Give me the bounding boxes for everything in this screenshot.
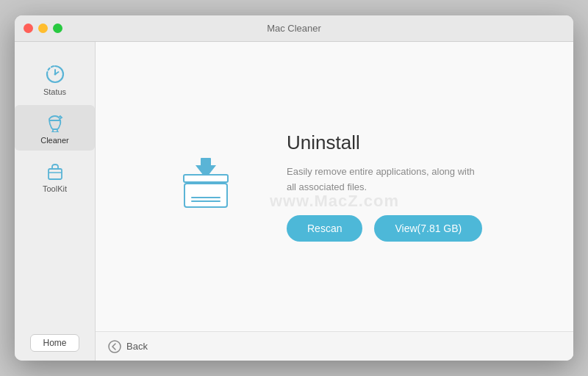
content-inner: Uninstall Easily remove entire applicati…: [96, 42, 573, 331]
action-buttons: Rescan View(7.81 GB): [287, 215, 485, 242]
bottom-bar: Back: [96, 331, 573, 361]
minimize-button[interactable]: [38, 24, 48, 33]
sidebar-item-toolkit[interactable]: ToolKit: [15, 153, 95, 199]
content-area: www.MacZ.com Uninstall E: [96, 42, 573, 361]
text-section: Uninstall Easily remove entire applicati…: [287, 131, 485, 242]
back-button[interactable]: Back: [107, 339, 148, 354]
box-icon: [184, 183, 228, 208]
box-lid: [183, 174, 229, 183]
status-icon: [43, 64, 67, 84]
box-line-2: [191, 200, 220, 202]
sidebar-toolkit-label: ToolKit: [43, 184, 67, 193]
svg-point-7: [109, 341, 121, 352]
traffic-lights: [24, 24, 62, 33]
main-layout: Status Cleaner: [15, 42, 573, 361]
sidebar-item-status[interactable]: Status: [15, 57, 95, 102]
rescan-button[interactable]: Rescan: [287, 215, 362, 242]
toolkit-icon: [43, 161, 67, 181]
box-line-1: [191, 197, 220, 198]
back-icon: [107, 339, 122, 354]
window-title: Mac Cleaner: [267, 23, 321, 34]
home-button-wrap: Home: [15, 325, 95, 361]
cleaner-icon: [43, 112, 67, 133]
titlebar: Mac Cleaner: [15, 15, 573, 42]
svg-point-0: [54, 73, 56, 76]
section-title: Uninstall: [287, 131, 485, 154]
sidebar-item-cleaner[interactable]: Cleaner: [15, 105, 95, 151]
home-button[interactable]: Home: [30, 334, 79, 352]
section-description: Easily remove entire applications, along…: [287, 164, 485, 195]
maximize-button[interactable]: [53, 24, 62, 33]
svg-rect-5: [49, 169, 62, 179]
close-button[interactable]: [24, 24, 33, 33]
uninstall-illustration: [184, 165, 228, 208]
sidebar-cleaner-label: Cleaner: [40, 136, 69, 145]
sidebar: Status Cleaner: [15, 42, 96, 361]
app-window: Mac Cleaner Status: [15, 15, 573, 361]
box-lines: [191, 197, 220, 202]
view-button[interactable]: View(7.81 GB): [374, 215, 482, 242]
back-label: Back: [126, 341, 148, 352]
sidebar-status-label: Status: [43, 87, 66, 96]
